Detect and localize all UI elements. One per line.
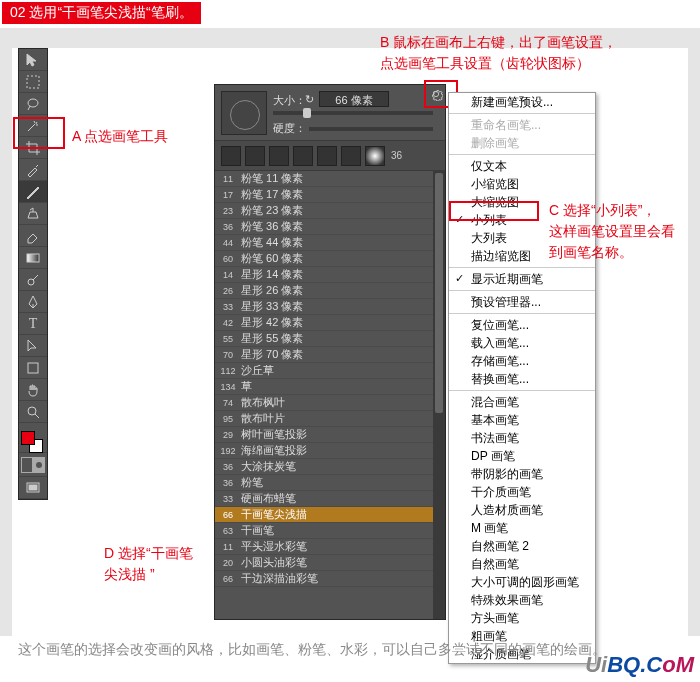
pen-tool[interactable] xyxy=(19,291,47,313)
svg-rect-0 xyxy=(27,76,39,88)
brush-list-item[interactable]: 44粉笔 44 像素 xyxy=(215,235,445,251)
menu-item[interactable]: 书法画笔 xyxy=(449,429,595,447)
clone-stamp-tool[interactable] xyxy=(19,203,47,225)
menu-item[interactable]: 特殊效果画笔 xyxy=(449,591,595,609)
brush-list-item[interactable]: 36粉笔 36 像素 xyxy=(215,219,445,235)
brush-list-item[interactable]: 134草 xyxy=(215,379,445,395)
svg-rect-2 xyxy=(27,254,39,262)
brush-list-item[interactable]: 60粉笔 60 像素 xyxy=(215,251,445,267)
menu-item: 删除画笔 xyxy=(449,134,595,152)
annotation-box-c xyxy=(449,201,539,221)
recent-brush-thumb[interactable] xyxy=(269,146,289,166)
menu-item[interactable]: 人造材质画笔 xyxy=(449,501,595,519)
recent-brush-thumb[interactable] xyxy=(221,146,241,166)
menu-item[interactable]: M 画笔 xyxy=(449,519,595,537)
menu-item[interactable]: 大小可调的圆形画笔 xyxy=(449,573,595,591)
brush-list-item[interactable]: 11粉笔 11 像素 xyxy=(215,171,445,187)
move-tool[interactable] xyxy=(19,49,47,71)
watermark: UiBQ.CoM xyxy=(585,652,694,678)
quickmask-toggle[interactable] xyxy=(19,453,47,477)
menu-item[interactable]: 替换画笔... xyxy=(449,370,595,388)
brush-list-item[interactable]: 192海绵画笔投影 xyxy=(215,443,445,459)
brush-list-scrollbar[interactable] xyxy=(433,171,445,619)
menu-item[interactable]: DP 画笔 xyxy=(449,447,595,465)
brush-list-item[interactable]: 66干画笔尖浅描 xyxy=(215,507,445,523)
menu-item[interactable]: 带阴影的画笔 xyxy=(449,465,595,483)
brush-list-item[interactable]: 29树叶画笔投影 xyxy=(215,427,445,443)
thumb-number: 36 xyxy=(391,150,402,161)
marquee-tool[interactable] xyxy=(19,71,47,93)
menu-item[interactable]: 新建画笔预设... xyxy=(449,93,595,111)
svg-rect-4 xyxy=(28,363,38,373)
menu-item[interactable]: ✓显示近期画笔 xyxy=(449,270,595,288)
menu-item[interactable]: 存储画笔... xyxy=(449,352,595,370)
foreground-swatch[interactable] xyxy=(21,431,35,445)
brush-flyout-menu: 新建画笔预设...重命名画笔...删除画笔仅文本小缩览图大缩览图✓小列表大列表描… xyxy=(448,92,596,664)
brush-list-item[interactable]: 17粉笔 17 像素 xyxy=(215,187,445,203)
menu-item[interactable]: 小缩览图 xyxy=(449,175,595,193)
svg-point-5 xyxy=(28,407,36,415)
brush-list-item[interactable]: 14星形 14 像素 xyxy=(215,267,445,283)
hand-tool[interactable] xyxy=(19,379,47,401)
brush-list-item[interactable]: 112沙丘草 xyxy=(215,363,445,379)
brush-list-item[interactable]: 36粉笔 xyxy=(215,475,445,491)
recent-brushes-row: 36 xyxy=(215,141,445,171)
annotation-box-a xyxy=(13,117,65,149)
step-header: 02 选用“干画笔尖浅描“笔刷。 xyxy=(2,2,201,24)
tools-toolbar: T xyxy=(18,48,48,500)
svg-rect-7 xyxy=(29,485,37,490)
annotation-text-d: D 选择“干画笔 尖浅描 ” xyxy=(104,543,193,585)
size-slider[interactable] xyxy=(273,111,433,115)
lasso-tool[interactable] xyxy=(19,93,47,115)
path-select-tool[interactable] xyxy=(19,335,47,357)
annotation-text-c: C 选择“小列表”， 这样画笔设置里会看 到画笔名称。 xyxy=(549,200,675,263)
brush-list-item[interactable]: 36大涂抹炭笔 xyxy=(215,459,445,475)
recent-brush-thumb[interactable] xyxy=(293,146,313,166)
recent-brush-thumb[interactable] xyxy=(245,146,265,166)
brush-list-item[interactable]: 95散布叶片 xyxy=(215,411,445,427)
brush-list-item[interactable]: 66干边深描油彩笔 xyxy=(215,571,445,587)
brush-list-item[interactable]: 63干画笔 xyxy=(215,523,445,539)
hardness-label: 硬度： xyxy=(273,121,306,136)
brush-list-item[interactable]: 74散布枫叶 xyxy=(215,395,445,411)
menu-item[interactable]: 干介质画笔 xyxy=(449,483,595,501)
brush-tool[interactable] xyxy=(19,181,47,203)
size-value[interactable]: 66 像素 xyxy=(319,91,389,107)
brush-list-item[interactable]: 11平头湿水彩笔 xyxy=(215,539,445,555)
gradient-tool[interactable] xyxy=(19,247,47,269)
menu-item[interactable]: 混合画笔 xyxy=(449,393,595,411)
footer-caption: 这个画笔的选择会改变画的风格，比如画笔、粉笔、水彩，可以自己多尝试不同的画笔的绘… xyxy=(18,640,683,660)
size-label: 大小： xyxy=(273,93,306,108)
brush-list-item[interactable]: 70星形 70 像素 xyxy=(215,347,445,363)
menu-item[interactable]: 方头画笔 xyxy=(449,609,595,627)
type-tool[interactable]: T xyxy=(19,313,47,335)
menu-item[interactable]: 自然画笔 2 xyxy=(449,537,595,555)
svg-point-1 xyxy=(28,99,38,107)
brush-list-item[interactable]: 33硬画布蜡笔 xyxy=(215,491,445,507)
recent-brush-thumb[interactable] xyxy=(365,146,385,166)
menu-item[interactable]: 基本画笔 xyxy=(449,411,595,429)
brush-list[interactable]: 11粉笔 11 像素17粉笔 17 像素23粉笔 23 像素36粉笔 36 像素… xyxy=(215,171,445,619)
zoom-tool[interactable] xyxy=(19,401,47,423)
brush-list-item[interactable]: 33星形 33 像素 xyxy=(215,299,445,315)
menu-item[interactable]: 复位画笔... xyxy=(449,316,595,334)
brush-list-item[interactable]: 20小圆头油彩笔 xyxy=(215,555,445,571)
eraser-tool[interactable] xyxy=(19,225,47,247)
recent-brush-thumb[interactable] xyxy=(317,146,337,166)
eyedropper-tool[interactable] xyxy=(19,159,47,181)
brush-preview xyxy=(221,91,267,135)
menu-item[interactable]: 载入画笔... xyxy=(449,334,595,352)
color-swatches[interactable] xyxy=(19,429,47,453)
menu-item[interactable]: 预设管理器... xyxy=(449,293,595,311)
screenmode-toggle[interactable] xyxy=(19,477,47,499)
shape-tool[interactable] xyxy=(19,357,47,379)
hardness-slider[interactable] xyxy=(309,127,433,131)
dodge-tool[interactable] xyxy=(19,269,47,291)
brush-list-item[interactable]: 26星形 26 像素 xyxy=(215,283,445,299)
menu-item[interactable]: 仅文本 xyxy=(449,157,595,175)
brush-list-item[interactable]: 55星形 55 像素 xyxy=(215,331,445,347)
brush-list-item[interactable]: 23粉笔 23 像素 xyxy=(215,203,445,219)
brush-list-item[interactable]: 42星形 42 像素 xyxy=(215,315,445,331)
menu-item[interactable]: 自然画笔 xyxy=(449,555,595,573)
recent-brush-thumb[interactable] xyxy=(341,146,361,166)
